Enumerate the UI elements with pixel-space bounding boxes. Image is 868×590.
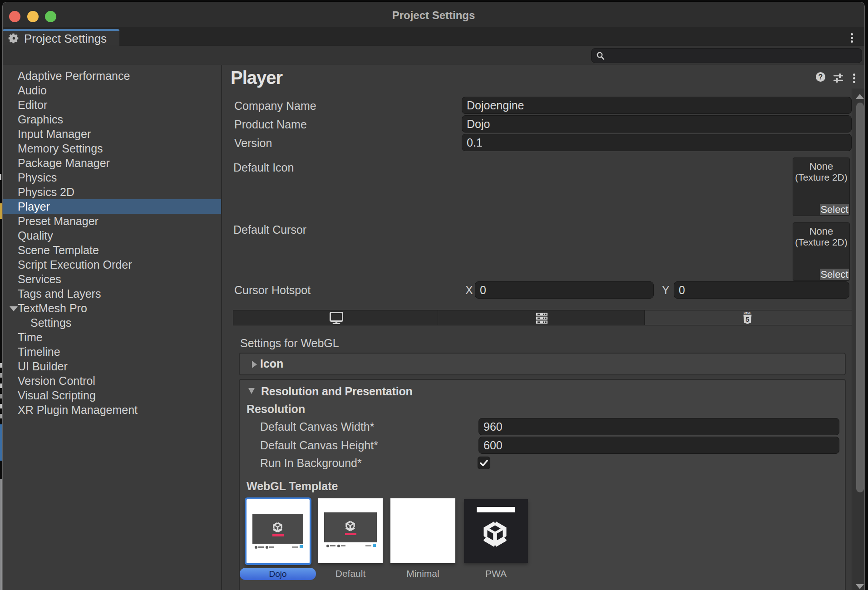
svg-text:HTML: HTML [744, 312, 751, 315]
svg-text:5: 5 [745, 315, 749, 323]
